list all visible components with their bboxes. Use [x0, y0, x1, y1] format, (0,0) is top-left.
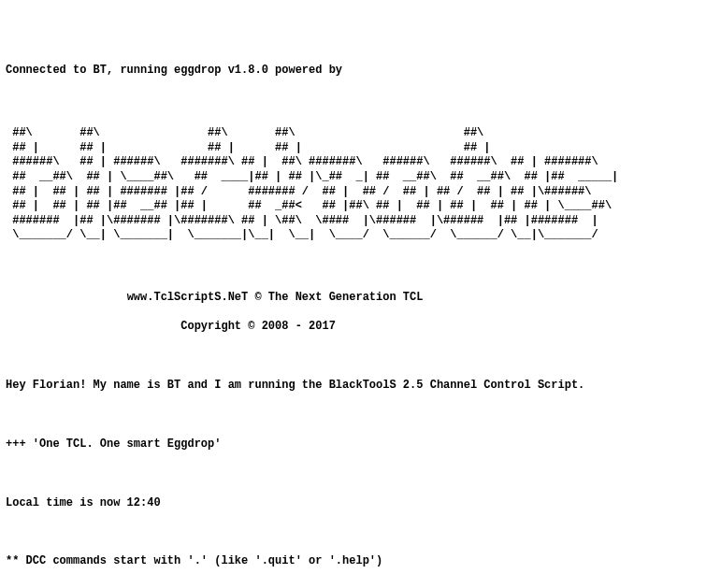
- site-credit: www.TclScriptS.NeT © The Next Generation…: [6, 291, 700, 306]
- copyright-text: Copyright © 2008 - 2017: [180, 320, 336, 333]
- spacer: [6, 262, 700, 277]
- spacer: [6, 93, 700, 108]
- spacer: [6, 525, 700, 540]
- spacer: [6, 584, 700, 588]
- copyright-line: Copyright © 2008 - 2017: [6, 320, 700, 335]
- greeting-line: Hey Florian! My name is BT and I am runn…: [6, 379, 700, 394]
- tagline: +++ 'One TCL. One smart Eggdrop': [6, 437, 700, 452]
- spacer: [6, 466, 700, 481]
- spacer: [6, 349, 700, 364]
- site-credit-text: www.TclScriptS.NeT © The Next Generation…: [127, 291, 424, 304]
- spacer: [6, 408, 700, 423]
- ascii-logo: ##\ ##\ ##\ ##\ ##\ ## | ## | ## | ## | …: [6, 126, 700, 243]
- dcc-hint: ** DCC commands start with '.' (like '.q…: [6, 554, 700, 569]
- connection-header: Connected to BT, running eggdrop v1.8.0 …: [6, 64, 700, 79]
- local-time: Local time is now 12:40: [6, 496, 700, 511]
